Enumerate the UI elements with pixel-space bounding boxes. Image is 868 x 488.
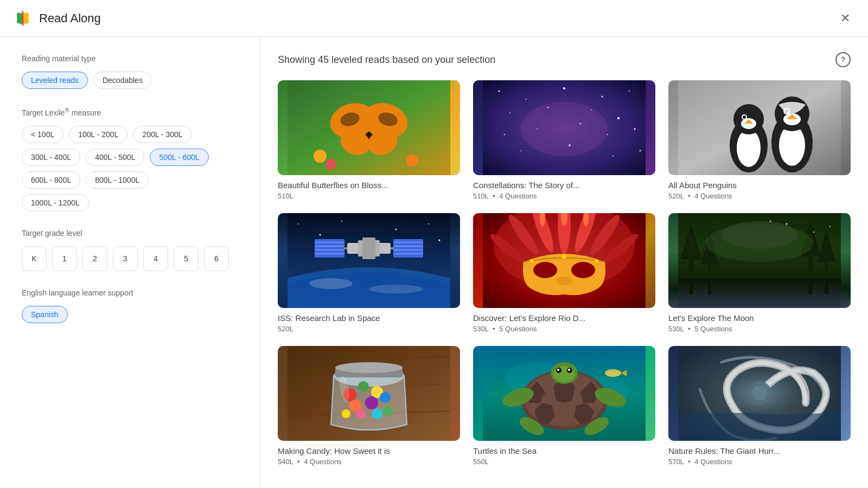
header-left: Read Along xyxy=(13,9,101,28)
svg-point-135 xyxy=(553,366,575,382)
book-card-turtles[interactable]: Turtles in the Sea 550L xyxy=(473,346,655,466)
svg-point-26 xyxy=(634,129,636,130)
chip-lexile-1000-1200[interactable]: 1000L - 1200L xyxy=(22,194,89,211)
svg-rect-70 xyxy=(362,237,375,259)
chip-leveled-reads[interactable]: Leveled reads xyxy=(22,72,88,89)
chip-lexile-800-1000[interactable]: 800L - 1000L xyxy=(86,171,149,189)
reading-material-label: Reading material type xyxy=(22,54,238,63)
grade-chip-K[interactable]: K xyxy=(22,246,47,271)
svg-rect-63 xyxy=(393,242,423,243)
svg-rect-61 xyxy=(315,253,344,254)
lexile-chips-row-4: 1000L - 1200L xyxy=(22,194,238,211)
svg-rect-67 xyxy=(344,247,347,249)
grade-section: Target grade level K 1 2 3 4 5 6 xyxy=(22,229,238,271)
book-card-iss[interactable]: ISS: Research Lab in Space 520L xyxy=(278,213,460,333)
chip-lexile-600-800[interactable]: 600L - 800L xyxy=(22,171,80,189)
svg-rect-68 xyxy=(391,247,393,249)
svg-point-138 xyxy=(557,369,559,371)
help-button[interactable]: ? xyxy=(835,52,851,67)
svg-point-34 xyxy=(737,129,761,167)
svg-point-52 xyxy=(341,221,342,222)
main-layout: Reading material type Leveled reads Deco… xyxy=(0,37,868,488)
svg-point-112 xyxy=(335,362,403,373)
svg-point-114 xyxy=(358,381,369,392)
svg-point-22 xyxy=(504,134,506,136)
svg-point-50 xyxy=(298,223,299,224)
svg-point-101 xyxy=(722,221,797,248)
lexile-chips-row-3: 600L - 800L 800L - 1000L xyxy=(22,171,238,189)
book-card-rio[interactable]: Discover: Let's Explore Rio D... 530L • … xyxy=(473,213,655,333)
svg-point-144 xyxy=(605,369,621,377)
grade-chip-1[interactable]: 1 xyxy=(52,246,77,271)
grade-chip-5[interactable]: 5 xyxy=(174,246,199,271)
book-thumb-iss xyxy=(278,213,460,308)
chip-spanish[interactable]: Spanish xyxy=(22,306,68,323)
book-card-candy[interactable]: Making Candy: How Sweet it is 540L • 4 Q… xyxy=(278,346,460,466)
book-meta-turtles: 550L xyxy=(473,458,655,466)
close-button[interactable]: ✕ xyxy=(835,9,855,28)
svg-point-148 xyxy=(752,386,767,401)
chip-lexile-200-300[interactable]: 200L - 300L xyxy=(133,126,192,143)
close-icon: ✕ xyxy=(840,11,850,25)
svg-rect-65 xyxy=(393,249,423,251)
svg-point-87 xyxy=(595,259,598,262)
grade-chip-6[interactable]: 6 xyxy=(204,246,229,271)
book-meta-moon: 530L • 5 Questions xyxy=(668,325,851,333)
book-card-penguins[interactable]: All About Penguins 520L • 4 Questions xyxy=(668,80,851,200)
chip-lexile-500-600[interactable]: 500L - 600L xyxy=(150,149,208,166)
book-meta-iss: 520L xyxy=(278,325,460,333)
svg-point-88 xyxy=(562,254,566,259)
app-header: Read Along ✕ xyxy=(0,0,868,37)
grade-chips: K 1 2 3 4 5 6 xyxy=(22,246,238,271)
chip-lexile-400-500[interactable]: 400L - 500L xyxy=(86,149,144,166)
grade-chip-4[interactable]: 4 xyxy=(143,246,168,271)
svg-rect-64 xyxy=(393,246,423,247)
svg-point-10 xyxy=(326,159,336,170)
app-logo-icon xyxy=(13,9,33,28)
chip-lexile-lt100[interactable]: < 100L xyxy=(22,126,63,143)
book-title-penguins: All About Penguins xyxy=(668,181,851,190)
svg-point-15 xyxy=(563,87,565,89)
book-card-moon[interactable]: Let's Explore The Moon 530L • 5 Question… xyxy=(668,213,851,333)
svg-point-121 xyxy=(342,409,350,418)
book-card-constellations[interactable]: Constellations: The Story of... 510L • 4… xyxy=(473,80,655,200)
svg-point-120 xyxy=(372,408,382,419)
svg-point-9 xyxy=(314,150,327,163)
svg-point-102 xyxy=(786,223,788,225)
chip-lexile-100-200[interactable]: 100L - 200L xyxy=(69,126,127,143)
lexile-label: Target Lexile® measure xyxy=(22,106,238,117)
svg-point-55 xyxy=(439,240,441,241)
svg-point-139 xyxy=(568,369,570,371)
svg-point-51 xyxy=(320,234,321,236)
book-card-hurricane[interactable]: Nature Rules: The Giant Hurr... 570L • 4… xyxy=(668,346,851,466)
svg-point-29 xyxy=(612,156,614,157)
grade-chip-3[interactable]: 3 xyxy=(113,246,138,271)
book-title-turtles: Turtles in the Sea xyxy=(473,446,655,455)
lexile-section: Target Lexile® measure < 100L 100L - 200… xyxy=(22,106,238,211)
reading-type-chips: Leveled reads Decodables xyxy=(22,72,238,89)
svg-point-83 xyxy=(533,262,557,278)
book-title-butterflies: Beautiful Butterflies on Bloss... xyxy=(278,181,460,190)
svg-point-103 xyxy=(813,232,814,233)
book-title-moon: Let's Explore The Moon xyxy=(668,313,851,323)
book-thumb-turtles xyxy=(473,346,655,441)
svg-point-117 xyxy=(365,396,378,409)
svg-point-14 xyxy=(526,99,527,100)
svg-point-30 xyxy=(640,150,641,152)
svg-point-54 xyxy=(428,223,429,224)
book-thumb-candy xyxy=(278,346,460,441)
svg-point-122 xyxy=(383,406,393,416)
chip-decodables[interactable]: Decodables xyxy=(93,72,152,89)
book-title-hurricane: Nature Rules: The Giant Hurr... xyxy=(668,446,851,455)
book-card-butterflies[interactable]: Beautiful Butterflies on Bloss... 510L xyxy=(278,80,460,200)
svg-rect-59 xyxy=(315,246,344,247)
svg-point-13 xyxy=(499,91,500,92)
lexile-chips-row-2: 300L - 400L 400L - 500L 500L - 600L xyxy=(22,149,238,166)
content-summary: Showing 45 leveled reads based on your s… xyxy=(278,54,495,66)
svg-point-119 xyxy=(356,409,366,419)
grade-chip-2[interactable]: 2 xyxy=(82,246,107,271)
book-title-rio: Discover: Let's Explore Rio D... xyxy=(473,313,655,323)
chip-lexile-300-400[interactable]: 300L - 400L xyxy=(22,149,80,166)
grade-label: Target grade level xyxy=(22,229,238,237)
content-area: Showing 45 leveled reads based on your s… xyxy=(260,37,868,488)
